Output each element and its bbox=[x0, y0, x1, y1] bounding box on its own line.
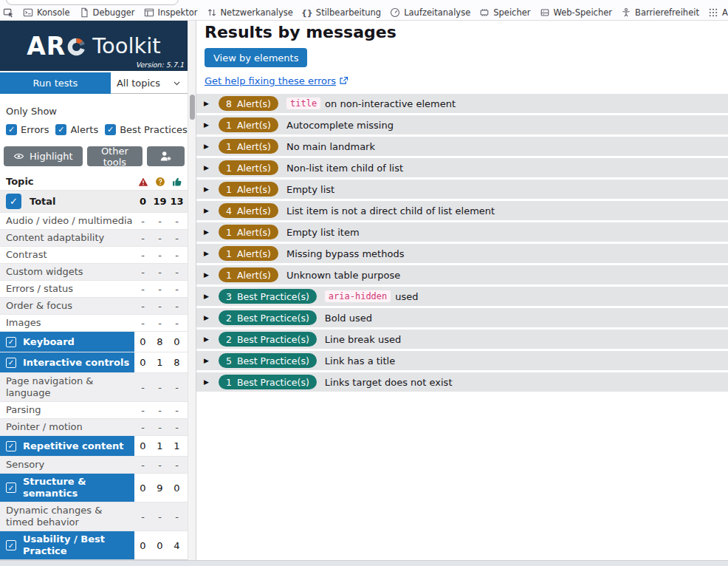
topic-row[interactable]: Parsing--- bbox=[0, 401, 188, 418]
user-settings-button[interactable] bbox=[147, 146, 185, 166]
checkbox-checked-icon[interactable]: ✓ bbox=[105, 124, 116, 135]
topic-row[interactable]: ✓Keyboard080 bbox=[0, 331, 188, 352]
message-row[interactable]: ▶8Alert(s)titleon non-interactive elemen… bbox=[196, 94, 728, 113]
disclosure-triangle-icon[interactable]: ▶ bbox=[204, 143, 210, 150]
message-text-label: Empty list bbox=[286, 184, 334, 195]
topic-row[interactable]: Contrast--- bbox=[0, 246, 188, 263]
topic-row[interactable]: Audio / video / multimedia--- bbox=[0, 212, 188, 229]
disclosure-triangle-icon[interactable]: ▶ bbox=[204, 336, 210, 343]
message-row[interactable]: ▶1Best Practice(s)Links target does not … bbox=[196, 372, 728, 392]
devtools-tab-anwendung[interactable]: Anwendung bbox=[704, 5, 728, 20]
view-by-elements-button[interactable]: View by elements bbox=[205, 48, 307, 67]
run-tests-button[interactable]: Run tests bbox=[0, 72, 111, 94]
topic-row[interactable]: Pointer / motion--- bbox=[0, 418, 188, 435]
disclosure-triangle-icon[interactable]: ▶ bbox=[204, 315, 210, 321]
disclosure-triangle-icon[interactable]: ▶ bbox=[204, 100, 210, 107]
sidebar-scrollbar-track[interactable] bbox=[188, 21, 196, 560]
devtools-tab-debugger[interactable]: Debugger bbox=[75, 5, 140, 20]
devtools-tab-netzwerkanalyse[interactable]: Netzwerkanalyse bbox=[202, 5, 298, 20]
logo-text-ar: AR bbox=[27, 32, 66, 61]
devtools-tab-inspektor[interactable]: Inspektor bbox=[140, 5, 202, 20]
checkbox-checked-icon[interactable]: ✓ bbox=[55, 124, 66, 135]
checkbox-checked-icon[interactable]: ✓ bbox=[6, 124, 17, 135]
topic-row[interactable]: Sensory--- bbox=[0, 456, 188, 473]
message-row[interactable]: ▶1Alert(s)No main landmark bbox=[196, 137, 728, 156]
other-tools-button[interactable]: Other tools bbox=[87, 146, 142, 166]
topic-row[interactable]: ✓Usability / Best Practice004 bbox=[0, 531, 188, 559]
message-row[interactable]: ▶5Best Practice(s)Link has a title bbox=[196, 351, 728, 370]
topic-row-label: Audio / video / multimedia bbox=[6, 213, 134, 229]
checkbox-checked-icon[interactable]: ✓ bbox=[6, 194, 21, 209]
message-row[interactable]: ▶1Alert(s)Non-list item child of list bbox=[196, 158, 728, 177]
topic-row-label-zone: ✓Structure & semantics bbox=[0, 474, 134, 502]
topic-row[interactable]: Errors / status--- bbox=[0, 280, 188, 297]
get-help-link[interactable]: Get help fixing these errors bbox=[205, 75, 348, 86]
highlight-button[interactable]: Highlight bbox=[4, 146, 83, 166]
alert-badge: 1Alert(s) bbox=[219, 182, 278, 197]
disclosure-triangle-icon[interactable]: ▶ bbox=[204, 186, 210, 193]
message-row[interactable]: ▶1Alert(s)Empty list item bbox=[196, 222, 728, 242]
checkbox-checked-icon[interactable]: ✓ bbox=[6, 337, 16, 347]
disclosure-triangle-icon[interactable]: ▶ bbox=[204, 272, 210, 279]
topic-row[interactable]: ✓Total01913 bbox=[0, 190, 188, 212]
devtools-tab-speicher[interactable]: Speicher bbox=[475, 5, 535, 20]
topic-row[interactable]: Images--- bbox=[0, 314, 188, 331]
message-text-label: List item is not a direct child of list … bbox=[286, 205, 495, 216]
message-row[interactable]: ▶3Best Practice(s)aria-hiddenused bbox=[196, 287, 728, 306]
disclosure-triangle-icon[interactable]: ▶ bbox=[204, 293, 210, 300]
devtools-tab-stilbearbeitung[interactable]: {}Stilbearbeitung bbox=[298, 5, 385, 20]
badge-label: Best Practice(s) bbox=[237, 334, 309, 345]
disclosure-triangle-icon[interactable]: ▶ bbox=[204, 379, 210, 386]
topic-row[interactable]: ✓Structure & semantics090 bbox=[0, 473, 188, 502]
topics-dropdown-value: All topics bbox=[117, 78, 160, 89]
topic-row-label: Contrast bbox=[6, 247, 49, 263]
topic-row-label: Images bbox=[6, 315, 43, 331]
devtools-tab-web-speicher[interactable]: Web-Speicher bbox=[535, 5, 617, 20]
checkbox-checked-icon[interactable]: ✓ bbox=[6, 441, 16, 451]
topic-row-value: - bbox=[134, 267, 151, 278]
disclosure-triangle-icon[interactable]: ▶ bbox=[204, 250, 210, 257]
disclosure-triangle-icon[interactable]: ▶ bbox=[204, 208, 210, 214]
topic-row[interactable]: ✓Interactive controls018 bbox=[0, 352, 188, 372]
message-row[interactable]: ▶4Alert(s)List item is not a direct chil… bbox=[196, 201, 728, 220]
topic-row-label-zone: Sensory bbox=[0, 457, 134, 473]
disclosure-triangle-icon[interactable]: ▶ bbox=[204, 165, 210, 171]
message-text: Empty list bbox=[286, 184, 334, 195]
message-row[interactable]: ▶1Alert(s)Unknown table purpose bbox=[196, 265, 728, 284]
badge-label: Alert(s) bbox=[237, 141, 271, 152]
message-row[interactable]: ▶1Alert(s)Autocomplete missing bbox=[196, 115, 728, 134]
checkbox-checked-icon[interactable]: ✓ bbox=[6, 540, 16, 550]
topic-row-value: 0 bbox=[168, 483, 185, 494]
topic-row-value: 1 bbox=[168, 440, 185, 451]
topics-dropdown[interactable]: All topics bbox=[111, 72, 188, 94]
message-row[interactable]: ▶2Best Practice(s)Line break used bbox=[196, 330, 728, 349]
topic-row-value: - bbox=[151, 301, 168, 312]
devtools-tab-label: Web-Speicher bbox=[554, 7, 613, 18]
topic-row[interactable]: Page navigation & language--- bbox=[0, 372, 188, 401]
message-row[interactable]: ▶2Best Practice(s)Bold used bbox=[196, 308, 728, 327]
topic-row[interactable]: Custom widgets--- bbox=[0, 263, 188, 280]
devtools-tab-barrierefreiheit[interactable]: Barrierefreiheit bbox=[617, 5, 704, 20]
topic-row[interactable]: Dynamic changes & timed behavior--- bbox=[0, 502, 188, 531]
best-practice-badge: 5Best Practice(s) bbox=[219, 353, 317, 368]
checkbox-checked-icon[interactable]: ✓ bbox=[6, 358, 16, 368]
checkbox-checked-icon[interactable]: ✓ bbox=[6, 483, 16, 493]
topic-row[interactable]: ✓Repetitive content011 bbox=[0, 435, 188, 456]
message-row[interactable]: ▶1Alert(s)Missing bypass methods bbox=[196, 244, 728, 263]
pick-element-button[interactable] bbox=[3, 5, 14, 20]
devtools-tab-konsole[interactable]: Konsole bbox=[18, 5, 75, 20]
message-row[interactable]: ▶1Alert(s)Empty list bbox=[196, 180, 728, 199]
topic-row[interactable]: Order & focus--- bbox=[0, 297, 188, 314]
pick-element-icon bbox=[3, 7, 14, 18]
disclosure-triangle-icon[interactable]: ▶ bbox=[204, 122, 210, 129]
topic-row-value: - bbox=[168, 511, 185, 522]
disclosure-triangle-icon[interactable]: ▶ bbox=[204, 229, 210, 236]
disclosure-triangle-icon[interactable]: ▶ bbox=[204, 358, 210, 364]
topic-row-value: - bbox=[168, 216, 185, 227]
topic-row-value: - bbox=[151, 250, 168, 261]
devtools-tab-laufzeitanalyse[interactable]: Laufzeitanalyse bbox=[385, 5, 475, 20]
sidebar-scrollbar-thumb[interactable] bbox=[190, 95, 195, 120]
message-text-label: used bbox=[395, 291, 418, 302]
topic-row[interactable]: Content adaptability--- bbox=[0, 229, 188, 246]
arc-logo-c-icon bbox=[66, 37, 86, 57]
